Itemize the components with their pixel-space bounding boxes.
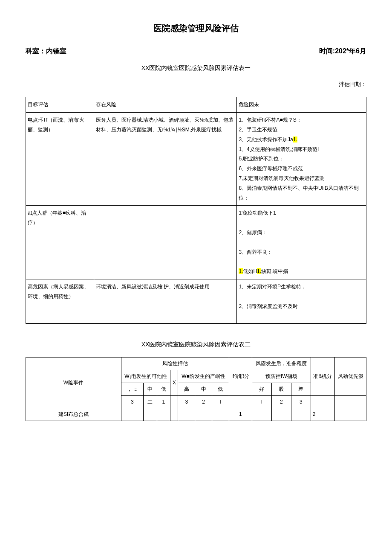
- th-ifscore: if价职分: [229, 357, 252, 395]
- factor-line: 3、西养不良：: [239, 249, 272, 255]
- factor-line: 2、消毒剂浓度监测不及时: [239, 303, 298, 309]
- factor-line: 7,未定期对清洗涧毒灭他收果避行蓝测: [239, 175, 325, 181]
- scale-cell: [170, 395, 178, 408]
- scale-cell: [311, 395, 335, 408]
- table-row: 电点环Tf（而洗、消海'火丽、监测） 医务人员、医疗器械.清洗小城、酒碑顶址、灭…: [26, 113, 366, 206]
- th-prep: 风霞发生后，准备程度: [252, 357, 311, 370]
- th-riskassess: 风险性押估: [121, 357, 229, 370]
- table-row: 高危因素（病人易感因案、环境、细的用药性） 环境消洁、新风设被清洁及雄:护、消近…: [26, 279, 366, 323]
- cell-factor: 1、未定期对环境P生学检特， 2、消毒剂浓度监测不及时: [237, 279, 366, 323]
- highlight: 1.: [257, 268, 261, 274]
- th-prevention: 预防控IW指场: [252, 370, 311, 383]
- lvl-cell: 低: [212, 383, 229, 395]
- cell-risk: 环境消洁、新风设被清洁及雄:护、消近剂成花使用: [94, 279, 237, 323]
- cell-factor: 1、包装研fit不符A■规？S： 2、手卫生不规范 3、无他技术操作不加Ja1.…: [237, 113, 366, 206]
- empty-cell: [291, 408, 311, 421]
- empty-cell: [178, 408, 195, 421]
- highlight: 1.: [239, 268, 243, 274]
- lvl-cell: 股: [271, 383, 291, 395]
- scale-cell: 3: [291, 395, 311, 408]
- scale-cell: I: [252, 395, 272, 408]
- empty-cell: [252, 408, 272, 421]
- empty-cell: [271, 408, 291, 421]
- eval-date-label: 泮估日期：: [26, 81, 366, 88]
- th-possibility: W¡电发生的可他性: [121, 370, 170, 383]
- lvl-cell: 差: [291, 383, 311, 395]
- ifscore-cell: 1: [229, 408, 252, 421]
- factor-line: 6、外来医疗母械殍理不成范: [239, 166, 303, 171]
- scale-cell: [229, 395, 252, 408]
- prepscore-cell: 2: [311, 408, 335, 421]
- factor-line: 3、无他技术操作不加Ja: [239, 137, 293, 142]
- th-event: W险事件: [26, 357, 121, 408]
- page-title: 医院感染管理风险评估: [26, 23, 366, 34]
- event-cell: 建SI布总合戍: [26, 408, 121, 421]
- header-row: 科室：内镜室 时间:202*年6月: [26, 47, 366, 56]
- lvl-cell: 好: [252, 383, 272, 395]
- scale-cell: 二: [143, 395, 157, 408]
- scale-cell: 3: [178, 395, 195, 408]
- lvl-cell: 中: [195, 383, 212, 395]
- cell-target: at点人群（年龄■疾科、治疗）: [26, 206, 94, 279]
- lvl-cell: 中: [143, 383, 157, 395]
- factor-line: 1、未定期对环境P生学检特，: [239, 284, 306, 290]
- th-risk: 存在风险: [94, 97, 237, 113]
- th-severity: W■阶发生的严岷性: [178, 370, 229, 383]
- cell-target: 电点环Tf（而洗、消海'火丽、监测）: [26, 113, 94, 206]
- table-row: 建SI布总合戍 1 2: [26, 408, 366, 421]
- th-prepscore: 准&机分: [311, 357, 335, 395]
- empty-cell: [195, 408, 212, 421]
- scale-cell: 2: [195, 395, 212, 408]
- scale-cell: 2: [271, 395, 291, 408]
- scale-cell: I: [212, 395, 229, 408]
- factor-line: 低如H: [243, 268, 257, 274]
- lvl-cell: 低: [157, 383, 170, 395]
- time-label: 时间:202*年6月: [319, 47, 366, 56]
- factor-line: 2、手卫生不规范: [239, 127, 277, 133]
- table1-title: XX医院内镜室医院感染风脸因素评估表一: [26, 64, 366, 72]
- table-row: at点人群（年龄■疾科、治疗） 1'免疫功能低下1 2、储尿病： 3、西养不良：…: [26, 206, 366, 279]
- factor-line: 1、包装研fit不符A■规？S：: [239, 117, 301, 123]
- lvl-cell: 高: [178, 383, 195, 395]
- empty-cell: [170, 408, 178, 421]
- lvl-cell: ， :::: [121, 383, 143, 395]
- factor-line: 1、4义使用的㈱械清洗,消麻不败范I: [239, 146, 319, 152]
- table-row: W险事件 风险性押估 if价职分 风霞发生后，准备程度 准&机分 凤劲优先汲: [26, 357, 366, 370]
- th-x: X: [170, 370, 178, 395]
- scale-cell: [335, 395, 366, 408]
- scale-cell: 1: [157, 395, 170, 408]
- cell-factor: 1'免疫功能低下1 2、储尿病： 3、西养不良： 1.低如H1.缺斑.蜺中捐: [237, 206, 366, 279]
- table2-title: XX医院内镜室医院赅染风除因素评估衣二: [26, 341, 366, 349]
- empty-cell: [212, 408, 229, 421]
- factor-line: 2、储尿病：: [239, 230, 267, 235]
- th-factor: 危险因未: [237, 97, 366, 113]
- table-row: 目标评估 存在风险 危险因未: [26, 97, 366, 113]
- department-label: 科室：内镜室: [26, 47, 66, 56]
- scale-cell: 3: [121, 395, 143, 408]
- th-target: 目标评估: [26, 97, 94, 113]
- cell-risk: [94, 206, 237, 279]
- empty-cell: [143, 408, 157, 421]
- cell-risk: 医务人员、医疗器械.清洗小城、酒碑顶址、灭⅛⅞质加、包装材料、压力蒸汽灭菌监测、…: [94, 113, 237, 206]
- empty-cell: [157, 408, 170, 421]
- table-two: W险事件 风险性押估 if价职分 风霞发生后，准备程度 准&机分 凤劲优先汲 W…: [26, 357, 366, 421]
- highlight: 1.: [293, 137, 297, 142]
- table-one: 目标评估 存在风险 危险因未 电点环Tf（而洗、消海'火丽、监测） 医务人员、医…: [26, 97, 366, 324]
- empty-cell: [335, 408, 366, 421]
- factor-line: 1'免疫功能低下1: [239, 210, 276, 216]
- th-priority: 凤劲优先汲: [335, 357, 366, 395]
- factor-line: 5,职业防护不到位：: [239, 156, 284, 162]
- factor-line: 缺斑.蜺中捐: [261, 268, 288, 274]
- cell-target: 高危因素（病人易感因案、环境、细的用药性）: [26, 279, 94, 323]
- factor-line: 8、曇消泰旎网情沽不到不、中央中UIiB风口清洁不到位：: [239, 185, 358, 201]
- empty-cell: [121, 408, 143, 421]
